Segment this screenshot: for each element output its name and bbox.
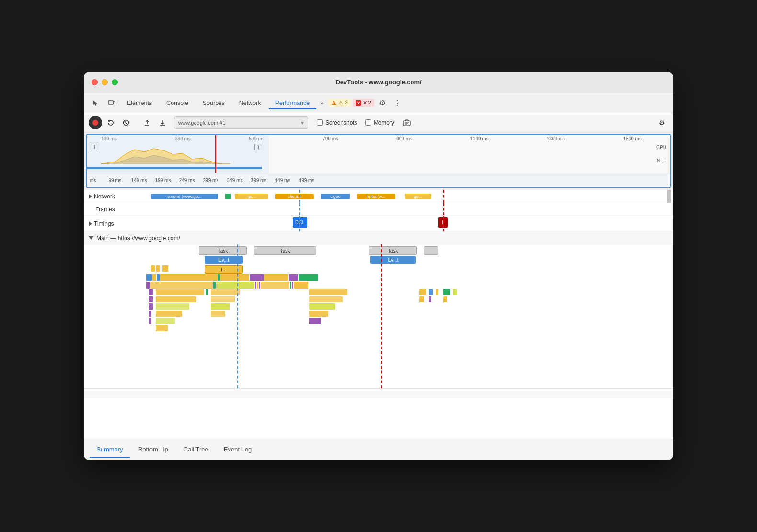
fr4-8 — [261, 282, 289, 289]
svg-rect-20 — [156, 311, 182, 317]
svg-rect-0 — [108, 101, 113, 104]
spacer — [84, 389, 673, 398]
svg-rect-1 — [113, 102, 115, 104]
toolbar-settings-icon[interactable]: ⚙ — [655, 116, 668, 129]
frames-track-label: Frames — [84, 206, 146, 213]
tab-bottom-up[interactable]: Bottom-Up — [132, 442, 175, 458]
fr3-7 — [250, 274, 264, 281]
fr3-2 — [152, 274, 156, 281]
timings-dcl-line — [299, 216, 300, 231]
timings-label: Timings — [94, 220, 114, 227]
ruler-b-6: 349 ms — [223, 178, 247, 183]
network-bar-hpba-label: hpba (w... — [367, 194, 385, 199]
fr3-10 — [299, 274, 318, 281]
ruler-top-6: 1199 ms — [470, 136, 488, 141]
url-dropdown-icon[interactable]: ▾ — [301, 119, 304, 126]
red-line — [215, 135, 216, 173]
record-button[interactable] — [89, 116, 102, 129]
network-expand-icon[interactable] — [89, 194, 92, 199]
tab-call-tree[interactable]: Call Tree — [177, 442, 215, 458]
svg-rect-38 — [419, 296, 424, 302]
flame-row-3 — [146, 274, 673, 281]
close-button[interactable] — [92, 79, 98, 85]
svg-rect-22 — [156, 325, 168, 331]
memory-checkbox[interactable] — [365, 119, 371, 126]
flame-dcl-line — [237, 244, 238, 388]
svg-rect-34 — [429, 289, 433, 295]
tab-network[interactable]: Network — [232, 97, 268, 109]
tab-bar: Elements Console Sources Network Perform… — [84, 93, 673, 113]
svg-rect-30 — [309, 303, 335, 310]
svg-rect-16 — [149, 318, 151, 324]
clear-button[interactable] — [119, 116, 133, 129]
settings-icon[interactable]: ⚙ — [375, 96, 390, 109]
tab-console[interactable]: Console — [160, 97, 195, 109]
minimize-button[interactable] — [102, 79, 108, 85]
main-collapse-icon[interactable] — [89, 236, 93, 240]
fr4-9 — [290, 282, 291, 289]
svg-rect-32 — [309, 318, 321, 324]
timings-expand-icon[interactable] — [89, 221, 92, 226]
tab-elements[interactable]: Elements — [120, 97, 159, 109]
svg-rect-29 — [309, 296, 343, 302]
traffic-lights — [92, 79, 118, 85]
task-bar-1: Task — [199, 246, 247, 255]
main-section: Main — https://www.google.com/ Task Task… — [84, 232, 673, 389]
timings-track-content: DCL L — [146, 216, 673, 231]
network-bar-google-label: e.com/ (www.go... — [167, 194, 202, 199]
timings-track-label: Timings — [84, 220, 146, 227]
timings-track: Timings DCL L — [84, 216, 673, 232]
upload-button[interactable] — [140, 116, 154, 129]
fr4-10 — [292, 282, 293, 289]
tab-event-log[interactable]: Event Log — [217, 442, 259, 458]
svg-rect-12 — [149, 289, 153, 295]
tab-more[interactable]: » — [317, 96, 326, 109]
download-button[interactable] — [156, 116, 169, 129]
fr4-2 — [150, 282, 213, 289]
maximize-button[interactable] — [112, 79, 118, 85]
svg-rect-31 — [309, 311, 328, 317]
tab-sources[interactable]: Sources — [196, 97, 231, 109]
network-bar-client: client... — [275, 194, 314, 199]
frames-dcl-line — [299, 203, 300, 215]
svg-text:!: ! — [333, 102, 334, 105]
overview-section: II II 199 ms 399 ms 599 ms 799 ms 999 ms… — [86, 134, 671, 188]
tab-performance[interactable]: Performance — [269, 97, 317, 109]
network-bar-ge2-label: ge... — [414, 194, 423, 199]
reload-button[interactable] — [104, 116, 117, 129]
net-bar — [87, 167, 670, 169]
ruler-b-5: 299 ms — [199, 178, 223, 183]
svg-rect-36 — [443, 289, 450, 295]
devtools-window: DevTools - www.google.com/ Elements Cons… — [84, 72, 673, 460]
ruler-b-9: 499 ms — [295, 178, 319, 183]
ruler-b-2: 149 ms — [127, 178, 151, 183]
bottom-tabs: Summary Bottom-Up Call Tree Event Log — [84, 439, 673, 460]
l-dashed-line — [443, 190, 444, 203]
svg-line-7 — [125, 121, 127, 124]
memory-label[interactable]: Memory — [374, 119, 394, 126]
network-track: Network e.com/ (www.go... ge... client..… — [84, 190, 673, 203]
tab-summary[interactable]: Summary — [90, 442, 130, 458]
ruler-b-8: 449 ms — [271, 178, 295, 183]
network-label: Network — [94, 193, 115, 200]
more-options-icon[interactable]: ⋮ — [390, 96, 404, 109]
tab-responsive-icon[interactable] — [104, 96, 119, 110]
scroll-handle[interactable] — [667, 190, 671, 203]
timeline-main: Network e.com/ (www.go... ge... client..… — [84, 190, 673, 439]
svg-rect-35 — [436, 289, 438, 295]
url-bar: www.google.com #1 ▾ — [174, 116, 308, 129]
title-bar: DevTools - www.google.com/ — [84, 72, 673, 93]
screenshots-label[interactable]: Screenshots — [325, 119, 357, 126]
fr4-11 — [294, 282, 308, 289]
svg-rect-18 — [156, 296, 196, 302]
tab-cursor-icon[interactable] — [88, 96, 103, 110]
url-value: www.google.com #1 — [178, 120, 300, 126]
screenshots-checkbox[interactable] — [317, 119, 323, 126]
overview-bottom: ms 99 ms 149 ms 199 ms 249 ms 299 ms 349… — [87, 173, 670, 187]
svg-rect-40 — [443, 296, 447, 302]
capture-button[interactable] — [400, 116, 413, 129]
task-bar-2: Task — [254, 246, 316, 255]
svg-rect-27 — [211, 311, 225, 317]
ruler-b-4: 249 ms — [175, 178, 199, 183]
ruler-top-4: 799 ms — [322, 136, 338, 141]
